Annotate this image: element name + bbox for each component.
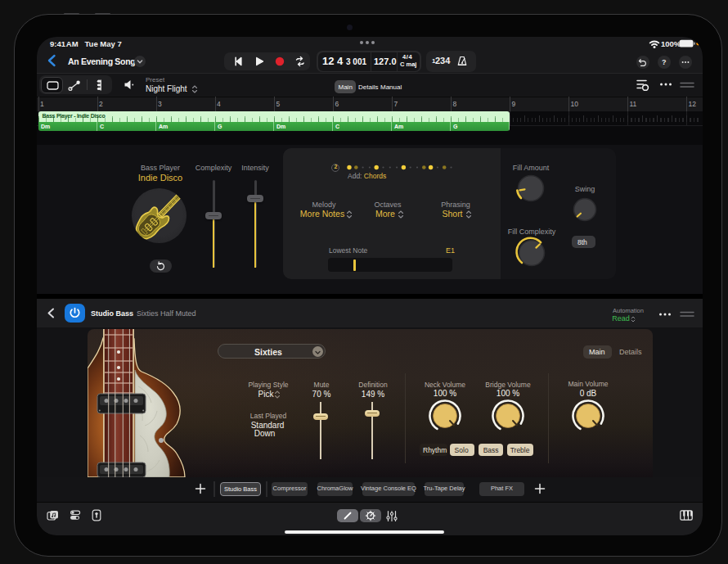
svg-text:100%: 100% [661,39,681,48]
